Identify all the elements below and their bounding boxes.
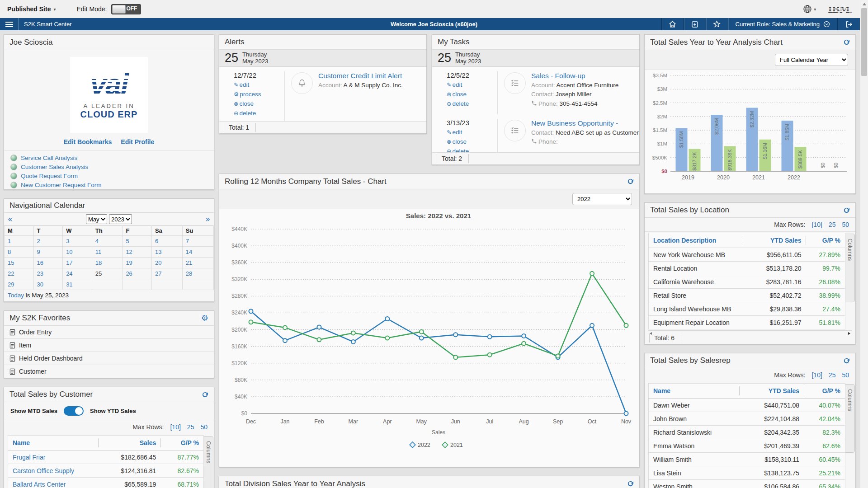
calendar-day[interactable]: 13 xyxy=(155,249,161,255)
favorites-button[interactable] xyxy=(706,18,728,30)
columns-tab[interactable]: Columns xyxy=(203,436,213,488)
calendar-day[interactable]: 27 xyxy=(155,270,161,277)
home-button[interactable] xyxy=(661,18,684,30)
column-header[interactable]: Location Description xyxy=(649,233,743,248)
favorite-item[interactable]: Order Entry xyxy=(4,326,214,338)
calendar-day[interactable]: 17 xyxy=(66,259,72,266)
edit-mode-toggle[interactable]: OFF xyxy=(111,4,141,14)
language-globe-menu[interactable]: ▾ xyxy=(803,5,816,14)
calendar-year-select[interactable]: 2023 xyxy=(109,214,132,224)
calendar-day[interactable]: 8 xyxy=(8,249,11,255)
logout-button[interactable] xyxy=(837,18,860,30)
column-header[interactable]: G/P % xyxy=(804,384,845,399)
calendar-today[interactable]: 25 xyxy=(95,270,102,277)
entry-title-link[interactable]: New Business Opportunity - xyxy=(531,119,639,127)
row-name-link[interactable]: Frugal Friar xyxy=(13,454,45,461)
calendar-day[interactable]: 24 xyxy=(66,270,72,277)
edit-bookmarks-link[interactable]: Edit Bookmarks xyxy=(64,138,112,145)
calendar-day[interactable]: 22 xyxy=(8,270,14,277)
column-header[interactable]: G/P % xyxy=(160,436,203,450)
bookmark-link[interactable]: Customer Sales Analysis xyxy=(4,162,214,171)
calendar-day[interactable]: 11 xyxy=(95,249,102,255)
calendar-day[interactable]: 2 xyxy=(37,238,40,244)
favorite-item[interactable]: Customer xyxy=(4,365,214,378)
calendar-day[interactable]: 23 xyxy=(37,270,43,277)
list-item-label[interactable]: Held Order Dashboard xyxy=(19,355,83,362)
calendar-day[interactable]: 7 xyxy=(186,238,189,244)
calendar-day[interactable]: 9 xyxy=(37,249,40,255)
max-rows-50[interactable]: 50 xyxy=(842,221,849,228)
published-site-dropdown[interactable]: Published Site ▾ xyxy=(7,5,56,13)
chart-range-select[interactable]: Full Calendar Year xyxy=(775,54,848,66)
calendar-prev-button[interactable]: « xyxy=(8,215,12,224)
process-action-link[interactable]: ⚙process xyxy=(234,90,284,99)
hamburger-menu-button[interactable] xyxy=(0,18,19,30)
calendar-day[interactable]: 28 xyxy=(186,270,192,277)
columns-tab[interactable]: Columns xyxy=(845,234,855,302)
page-scrollbar[interactable] xyxy=(860,0,868,488)
favorite-item[interactable]: Item xyxy=(4,338,214,352)
refresh-icon[interactable] xyxy=(843,357,850,364)
edit-profile-link[interactable]: Edit Profile xyxy=(121,138,154,145)
column-header[interactable]: Sales xyxy=(98,436,161,450)
calendar-day[interactable]: 1 xyxy=(8,238,11,244)
column-header[interactable]: YTD Sales xyxy=(743,233,806,248)
scroll-up-arrow[interactable] xyxy=(860,0,868,8)
refresh-icon[interactable] xyxy=(627,178,634,185)
calendar-day[interactable]: 16 xyxy=(37,259,43,266)
list-item-label[interactable]: Quote Request Form xyxy=(21,173,78,179)
row-name-link[interactable]: Carston Office Supply xyxy=(13,467,74,474)
max-rows-10[interactable]: [10] xyxy=(811,221,822,228)
columns-tab[interactable]: Columns xyxy=(845,384,855,453)
calendar-day[interactable]: 15 xyxy=(8,259,14,266)
add-tab-button[interactable] xyxy=(684,18,706,30)
close-action-link[interactable]: ⊗close xyxy=(447,137,497,147)
chart-year-select[interactable]: 2022 xyxy=(572,193,632,205)
bookmark-link[interactable]: Service Call Analysis xyxy=(4,153,214,162)
max-rows-10[interactable]: [10] xyxy=(811,371,822,379)
calendar-day[interactable]: 6 xyxy=(155,238,158,244)
max-rows-10[interactable]: [10] xyxy=(170,423,180,431)
row-name-link[interactable]: Ballard Arts Center xyxy=(13,481,66,488)
close-action-link[interactable]: ⊗close xyxy=(234,99,284,109)
refresh-icon[interactable] xyxy=(627,480,634,487)
calendar-day[interactable]: 4 xyxy=(95,238,99,244)
calendar-day[interactable]: 19 xyxy=(126,259,132,266)
edit-action-link[interactable]: ✎edit xyxy=(447,128,497,137)
refresh-icon[interactable] xyxy=(843,39,850,46)
max-rows-25[interactable]: 25 xyxy=(187,423,194,431)
gear-icon[interactable]: ⚙ xyxy=(201,314,208,322)
calendar-day[interactable]: 14 xyxy=(186,249,192,255)
refresh-icon[interactable] xyxy=(202,391,208,398)
horizontal-scrollbar[interactable] xyxy=(648,330,852,331)
max-rows-25[interactable]: 25 xyxy=(829,221,836,228)
calendar-day[interactable]: 12 xyxy=(126,249,132,255)
calendar-day[interactable]: 26 xyxy=(126,270,132,277)
edit-action-link[interactable]: ✎edit xyxy=(447,80,497,90)
delete-action-link[interactable]: ⊖delete xyxy=(234,109,284,118)
bookmark-link[interactable]: New Customer Request Form xyxy=(4,180,214,189)
calendar-day[interactable]: 10 xyxy=(66,249,72,255)
list-item-label[interactable]: Item xyxy=(19,342,31,349)
calendar-next-button[interactable]: » xyxy=(206,215,210,224)
calendar-day[interactable]: 29 xyxy=(8,281,14,288)
delete-action-link[interactable]: ⊖delete xyxy=(447,147,497,152)
calendar-day[interactable]: 20 xyxy=(155,259,161,266)
list-item-label[interactable]: Customer xyxy=(19,368,47,375)
edit-action-link[interactable]: ✎edit xyxy=(234,80,284,90)
calendar-day[interactable]: 31 xyxy=(66,281,72,288)
list-item-label[interactable]: New Customer Request Form xyxy=(21,182,102,188)
refresh-icon[interactable] xyxy=(843,207,850,214)
today-link[interactable]: Today xyxy=(8,292,24,299)
calendar-day[interactable]: 21 xyxy=(186,259,192,266)
calendar-day[interactable]: 18 xyxy=(95,259,102,266)
calendar-day[interactable]: 3 xyxy=(66,238,69,244)
calendar-day[interactable]: 30 xyxy=(37,281,43,288)
entry-title-link[interactable]: Customer Credit Limit Alert xyxy=(318,72,403,80)
column-header[interactable]: Name xyxy=(8,436,98,450)
delete-action-link[interactable]: ⊖delete xyxy=(447,99,497,109)
column-header[interactable]: Name xyxy=(649,384,739,399)
calendar-day[interactable]: 5 xyxy=(126,238,129,244)
close-action-link[interactable]: ⊗close xyxy=(447,90,497,99)
max-rows-50[interactable]: 50 xyxy=(842,371,849,379)
